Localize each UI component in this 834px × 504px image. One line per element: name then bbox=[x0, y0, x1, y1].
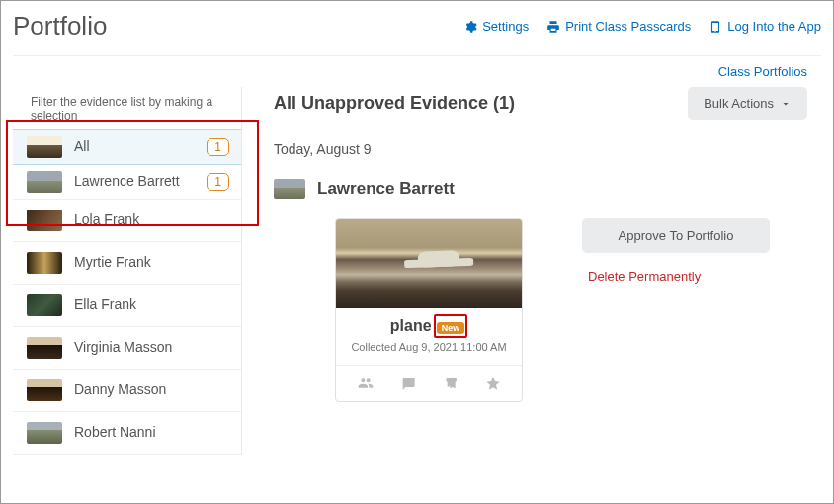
sidebar-item-label: Lawrence Barrett bbox=[74, 173, 195, 191]
evidence-collected: Collected Aug 9, 2021 11:00 AM bbox=[336, 338, 522, 365]
card-icon-row bbox=[336, 365, 522, 401]
delete-link[interactable]: Delete Permanently bbox=[582, 269, 770, 284]
evidence-owner: Lawrence Barrett bbox=[274, 179, 807, 199]
main: All Unapproved Evidence (1) Bulk Actions… bbox=[242, 87, 833, 455]
sidebar-item-label: Virginia Masson bbox=[74, 339, 229, 357]
page-title: Portfolio bbox=[13, 11, 107, 42]
sidebar-item-label: Lola Frank bbox=[74, 211, 229, 229]
sidebar-item-label: Robert Nanni bbox=[74, 424, 229, 442]
avatar bbox=[27, 422, 62, 444]
gear-icon bbox=[463, 20, 477, 34]
count-badge: 1 bbox=[207, 138, 229, 156]
count-badge: 1 bbox=[207, 173, 229, 191]
chevron-down-icon bbox=[780, 98, 792, 110]
sidebar-item-label: Danny Masson bbox=[74, 381, 229, 399]
avatar bbox=[27, 337, 62, 359]
avatar bbox=[27, 294, 62, 316]
new-badge-highlight: New bbox=[434, 314, 468, 338]
sidebar-item-myrtie[interactable]: Myrtie Frank bbox=[13, 242, 241, 285]
bulk-actions-button[interactable]: Bulk Actions bbox=[688, 87, 807, 120]
header-actions: Settings Print Class Passcards Log Into … bbox=[463, 19, 821, 34]
comment-icon[interactable] bbox=[400, 376, 416, 391]
settings-label: Settings bbox=[482, 19, 529, 34]
smartphone-icon bbox=[709, 20, 722, 34]
approve-button[interactable]: Approve To Portfolio bbox=[582, 218, 770, 253]
class-portfolios-link[interactable]: Class Portfolios bbox=[1, 56, 833, 87]
main-title: All Unapproved Evidence (1) bbox=[274, 93, 515, 114]
filter-header: Filter the evidence list by making a sel… bbox=[13, 87, 241, 129]
sidebar-item-all[interactable]: All 1 bbox=[13, 129, 241, 165]
avatar bbox=[27, 210, 62, 231]
sidebar-item-lola[interactable]: Lola Frank bbox=[13, 200, 241, 242]
avatar bbox=[27, 252, 62, 274]
new-badge: New bbox=[437, 322, 465, 334]
print-label: Print Class Passcards bbox=[565, 19, 691, 34]
owner-name: Lawrence Barrett bbox=[317, 179, 455, 199]
avatar bbox=[274, 179, 305, 199]
evidence-title: plane bbox=[390, 317, 432, 335]
bulk-actions-label: Bulk Actions bbox=[704, 96, 774, 111]
date-heading: Today, August 9 bbox=[274, 141, 807, 157]
printer-icon bbox=[546, 20, 560, 34]
sidebar-item-label: Myrtie Frank bbox=[74, 254, 229, 272]
sidebar-item-danny[interactable]: Danny Masson bbox=[13, 370, 241, 412]
sidebar-item-virginia[interactable]: Virginia Masson bbox=[13, 327, 241, 370]
evidence-card[interactable]: plane New Collected Aug 9, 2021 11:00 AM bbox=[335, 218, 523, 402]
avatar bbox=[27, 171, 62, 193]
avatar bbox=[27, 136, 62, 158]
login-app-link[interactable]: Log Into the App bbox=[709, 19, 821, 34]
star-icon[interactable] bbox=[485, 376, 501, 391]
evidence-actions: Approve To Portfolio Delete Permanently bbox=[582, 218, 770, 402]
sidebar-item-lawrence[interactable]: Lawrence Barrett 1 bbox=[13, 165, 241, 200]
sidebar: Filter the evidence list by making a sel… bbox=[13, 87, 242, 455]
people-icon[interactable] bbox=[358, 376, 374, 391]
sidebar-item-label: All bbox=[74, 138, 195, 156]
sidebar-item-ella[interactable]: Ella Frank bbox=[13, 285, 241, 327]
evidence-image bbox=[336, 219, 522, 308]
sidebar-item-robert[interactable]: Robert Nanni bbox=[13, 412, 241, 455]
avatar bbox=[27, 379, 62, 401]
settings-link[interactable]: Settings bbox=[463, 19, 529, 34]
login-label: Log Into the App bbox=[727, 19, 821, 34]
sidebar-item-label: Ella Frank bbox=[74, 296, 229, 314]
print-link[interactable]: Print Class Passcards bbox=[546, 19, 691, 34]
tag-icon[interactable] bbox=[443, 376, 459, 391]
